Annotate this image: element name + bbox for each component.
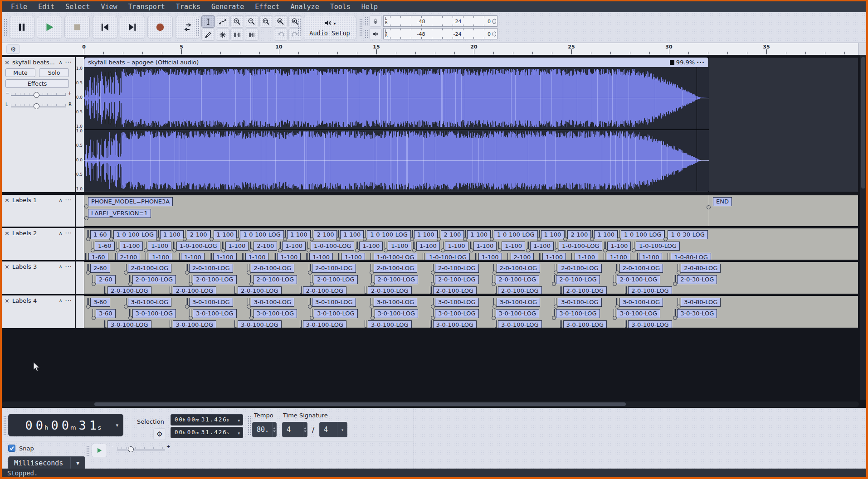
horizontal-scrollbar[interactable] [2,402,859,407]
record-button[interactable] [147,16,173,39]
label-chip[interactable]: 1-0-100-LOG [636,242,680,251]
label-handle[interactable] [365,320,366,328]
label-handle[interactable] [371,275,373,284]
horizontal-scrollbar-thumb[interactable] [94,402,626,406]
menu-item-generate[interactable]: Generate [206,1,249,12]
label-chip[interactable]: 2-0-100-LOG [375,275,419,284]
label-handle[interactable] [300,286,302,294]
label-handle[interactable] [371,309,373,318]
label-chip[interactable]: 2-0-100-LOG [619,264,663,273]
label-handle[interactable] [250,275,252,284]
label-handle[interactable] [84,216,88,220]
track-title[interactable]: Labels 1 [12,197,56,203]
label-chip[interactable]: 2-0-100-LOG [628,286,672,294]
label-handle[interactable] [279,242,281,251]
label-handle[interactable] [186,298,188,307]
label-chip[interactable]: 3-0-100-LOG [303,320,347,328]
draw-tool-button[interactable] [201,29,215,41]
speed-toolbar-grip[interactable] [86,445,89,456]
label-handle[interactable] [306,253,308,260]
label-handle[interactable] [309,264,311,273]
zoom-in-tool-button[interactable] [230,15,244,28]
track-menu-button[interactable]: ··· [65,197,72,203]
label-handle[interactable] [423,253,424,260]
label-handle[interactable] [614,275,615,284]
label-handle[interactable] [636,253,638,260]
label-handle[interactable] [274,253,276,260]
label-handle[interactable] [430,320,432,328]
label-chip[interactable]: 2-0-100-LOG [374,264,418,273]
label-chip[interactable]: 2-60 [96,275,116,284]
selection-options-gear[interactable]: ⚙ [153,428,166,440]
label-handle[interactable] [284,230,286,239]
collapse-track-button[interactable]: ∧ [59,59,63,65]
label-chip[interactable]: 2-0-100-LOG [128,264,172,273]
label-handle[interactable] [571,253,573,260]
envelope-tool-button[interactable] [216,15,229,28]
label-handle[interactable] [338,253,340,260]
label-handle[interactable] [170,320,171,328]
track-title[interactable]: Labels 2 [12,230,56,237]
time-display[interactable]: 00h00m31s ▾ [8,414,123,436]
label-chip[interactable]: 1-60 [88,253,108,260]
label-chip[interactable]: 1-100 [416,242,440,251]
label-handle[interactable] [493,298,495,307]
label-handle[interactable] [493,309,494,318]
label-chip[interactable]: 1-100 [607,253,630,260]
track-menu-button[interactable]: ··· [65,59,72,66]
label-chip[interactable]: 2-100 [314,230,337,239]
label-handle[interactable] [184,230,185,239]
label-handle[interactable] [307,242,309,251]
label-chip[interactable]: 3-0-30-LOG [677,309,717,318]
fit-project-tool-button[interactable] [274,15,288,28]
label-chip[interactable]: 1-100 [181,253,205,260]
timeline-options-gear[interactable]: ⚙ [6,44,20,54]
label-handle[interactable] [242,253,244,260]
label-handle[interactable] [87,298,89,307]
label-chip[interactable]: 3-0-100-LOG [498,320,542,328]
label-chip[interactable]: 2-0-100-LOG [617,275,661,284]
label-chip[interactable]: 2-100 [187,230,210,239]
audio-setup-button[interactable]: ▾ Audio Setup [303,16,356,39]
pan-slider[interactable]: L R [5,102,73,110]
label-handle[interactable] [222,242,224,251]
skip-to-end-button[interactable] [120,16,145,39]
label-chip[interactable]: 1-100 [607,242,631,251]
label-chip[interactable]: 3-0-100-LOG [628,320,672,328]
selection-tool-button[interactable] [201,15,215,28]
label-chip[interactable]: 1-100 [639,253,663,260]
label-handle[interactable] [527,242,529,251]
label-chip[interactable]: 1-100 [282,242,306,251]
label-chip[interactable]: 1-100 [542,253,566,260]
play-button[interactable] [37,16,62,39]
label-handle[interactable] [186,264,188,273]
label-handle[interactable] [614,309,615,318]
label-chip[interactable]: 3-0-100-LOG [497,298,541,307]
label-handle[interactable] [553,275,555,284]
label-handle[interactable] [555,264,556,273]
clip-menu-button[interactable]: ··· [697,59,705,66]
label-handle[interactable] [234,320,236,328]
label-handle[interactable] [178,253,180,260]
label-handle[interactable] [129,309,131,318]
close-track-button[interactable]: × [5,263,10,270]
collapse-track-button[interactable]: ∧ [59,298,63,304]
label-chip[interactable]: 1-100 [541,230,565,239]
label-handle[interactable] [190,309,191,318]
label-handle[interactable] [625,286,627,294]
label-handle[interactable] [85,253,87,260]
label-chip[interactable]: 2-0-100-LOG [498,286,542,294]
pause-button[interactable] [9,16,34,39]
label-chip[interactable]: 1-100 [149,253,172,260]
label-chip[interactable]: 2-60 [90,264,110,273]
label-chip[interactable]: 3-0-100-LOG [132,309,176,318]
label-chip[interactable]: 2-0-100-LOG [497,264,541,273]
label-handle[interactable] [146,253,147,260]
menu-item-effect[interactable]: Effect [249,1,285,12]
label-handle[interactable] [493,275,494,284]
label-chip[interactable]: 3-0-100-LOG [496,309,540,318]
label-chip[interactable]: 1-100 [309,253,333,260]
mute-button[interactable]: Mute [5,68,35,77]
label-handle[interactable] [190,275,191,284]
label-handle[interactable] [311,230,312,239]
